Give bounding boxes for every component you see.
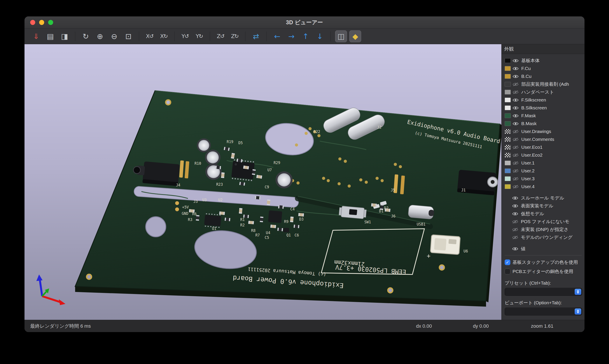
visibility-eye-off-icon[interactable] — [512, 220, 519, 224]
model-option-row[interactable]: スルーホール モデル — [505, 194, 584, 202]
visibility-eye-icon[interactable] — [513, 74, 519, 78]
visibility-eye-icon[interactable] — [512, 196, 519, 200]
title-bar[interactable]: 3D ビューアー — [25, 16, 584, 28]
raytracing-button[interactable]: ◨ — [59, 30, 70, 42]
copy-image-button[interactable]: ▤ — [44, 30, 56, 42]
layer-color-swatch[interactable] — [505, 105, 511, 110]
checkbox-unchecked[interactable] — [505, 269, 510, 274]
visibility-eye-icon[interactable] — [512, 204, 519, 208]
visibility-eye-off-icon[interactable] — [513, 90, 519, 94]
layer-color-swatch[interactable] — [505, 137, 511, 142]
layer-color-swatch[interactable] — [505, 66, 511, 71]
layer-color-swatch[interactable] — [505, 176, 511, 181]
layer-color-swatch[interactable] — [505, 98, 511, 102]
visibility-eye-icon[interactable] — [513, 114, 519, 118]
layer-color-swatch[interactable] — [505, 113, 511, 118]
preset-select[interactable]: ▲▼ — [505, 288, 582, 296]
zoom-in-button[interactable]: ⊕ — [94, 30, 106, 42]
layer-row[interactable]: F.Silkscreen — [505, 96, 584, 104]
checkbox-checked[interactable]: ✓ — [505, 260, 510, 265]
layer-row[interactable]: User.Comments — [505, 135, 584, 143]
visibility-eye-off-icon[interactable] — [513, 161, 519, 165]
visibility-eye-icon[interactable] — [512, 247, 519, 251]
pan-down-button[interactable]: ↓ — [314, 30, 326, 42]
zoom-fit-button[interactable]: ⊡ — [122, 30, 134, 42]
visibility-eye-off-icon[interactable] — [513, 130, 519, 134]
flip-view-button[interactable]: ⇄ — [250, 30, 262, 42]
redraw-icon: ↻ — [83, 33, 89, 40]
rotate-y-cw-button[interactable]: Y↻ — [193, 30, 205, 42]
pan-right-button[interactable]: → — [285, 30, 297, 42]
redraw-button[interactable]: ↻ — [80, 30, 92, 42]
visibility-eye-icon[interactable] — [513, 66, 519, 71]
visibility-eye-off-icon[interactable] — [513, 145, 519, 149]
ref-designator: U7 — [267, 168, 272, 172]
layer-row[interactable]: B.Silkscreen — [505, 104, 584, 112]
visibility-eye-icon[interactable] — [513, 122, 519, 126]
layer-row[interactable]: B.Mask — [505, 120, 584, 128]
maximize-button[interactable] — [48, 20, 53, 25]
layer-row[interactable]: User.3 — [505, 175, 584, 183]
visibility-eye-icon[interactable] — [513, 98, 519, 102]
close-button[interactable] — [30, 20, 35, 25]
model-option-row[interactable]: POS ファイルにないモ — [505, 218, 584, 225]
ortho-projection-button[interactable]: ◫ — [335, 30, 347, 42]
layer-color-swatch[interactable] — [505, 129, 511, 134]
rotate-x-ccw-button[interactable]: X↺ — [144, 30, 155, 42]
row-label: モデルのバウンディング — [521, 234, 572, 240]
reload-board-button[interactable]: ⇓ — [30, 30, 42, 42]
minimize-button[interactable] — [39, 20, 44, 25]
pan-up-button[interactable]: ↑ — [300, 30, 311, 42]
visibility-eye-off-icon[interactable] — [512, 228, 519, 232]
appearance-panel-body: 基板本体F.CuB.Cu部品実装用接着剤 (AdhハンダペーストF.Silksc… — [502, 54, 584, 315]
viewport-select[interactable]: ▲▼ — [505, 308, 582, 315]
layer-color-swatch[interactable] — [505, 184, 511, 189]
layer-row[interactable]: User.1 — [505, 159, 584, 167]
visibility-eye-off-icon[interactable] — [513, 82, 519, 86]
pan-left-button[interactable]: ← — [271, 30, 283, 42]
layer-row[interactable]: User.4 — [505, 183, 584, 191]
layer-row[interactable]: F.Mask — [505, 112, 584, 120]
model-option-row[interactable]: 未実装 (DNP) が指定さ — [505, 225, 584, 234]
layer-row[interactable]: User.Eco1 — [505, 143, 584, 151]
value-row[interactable]: 値 — [505, 245, 584, 253]
layer-color-swatch[interactable] — [505, 90, 511, 94]
model-option-row[interactable]: 表面実装モデル — [505, 202, 584, 210]
rotate-z-ccw-button[interactable]: Z↺ — [215, 30, 226, 42]
appearance-toggle-button[interactable]: ◆ — [349, 30, 361, 42]
layer-row[interactable]: 部品実装用接着剤 (Adh — [505, 80, 584, 88]
checkbox-row[interactable]: PCBエディターの銅色を使用 — [505, 267, 584, 276]
layer-color-swatch[interactable] — [505, 58, 511, 63]
layer-color-swatch[interactable] — [505, 74, 511, 79]
layer-color-swatch[interactable] — [505, 82, 511, 87]
layer-row[interactable]: 基板本体 — [505, 57, 584, 65]
rotate-z-cw-button[interactable]: Z↻ — [229, 30, 241, 42]
rotate-x-cw-button[interactable]: X↻ — [158, 30, 170, 42]
visibility-eye-icon[interactable] — [513, 106, 519, 110]
model-option-row[interactable]: モデルのバウンディング — [505, 234, 584, 241]
layer-row[interactable]: F.Cu — [505, 65, 584, 72]
layer-row[interactable]: User.Drawings — [505, 128, 584, 135]
layer-row[interactable]: B.Cu — [505, 72, 584, 80]
viewport-3d[interactable]: Exidiophone v6.0 Audio Board (c) Tomoya … — [25, 44, 501, 320]
zoom-out-button[interactable]: ⊖ — [108, 30, 120, 42]
visibility-eye-off-icon[interactable] — [512, 235, 519, 240]
rotate-y-ccw-button[interactable]: Y↺ — [179, 30, 191, 42]
layer-row[interactable]: User.Eco2 — [505, 151, 584, 159]
model-option-row[interactable]: 仮想モデル — [505, 210, 584, 218]
layer-row[interactable]: User.2 — [505, 167, 584, 175]
layer-color-swatch[interactable] — [505, 121, 511, 126]
visibility-eye-off-icon[interactable] — [513, 177, 519, 181]
visibility-eye-icon[interactable] — [512, 212, 519, 216]
visibility-eye-off-icon[interactable] — [513, 169, 519, 173]
checkbox-row[interactable]: ✓基板スタックアップの色を使用 — [505, 258, 584, 267]
visibility-eye-off-icon[interactable] — [513, 153, 519, 157]
layer-color-swatch[interactable] — [505, 153, 511, 157]
layer-color-swatch[interactable] — [505, 169, 511, 173]
visibility-eye-off-icon[interactable] — [513, 185, 519, 189]
layer-row[interactable]: ハンダペースト — [505, 88, 584, 96]
layer-color-swatch[interactable] — [505, 161, 511, 165]
visibility-eye-icon[interactable] — [513, 59, 519, 63]
visibility-eye-off-icon[interactable] — [513, 137, 519, 142]
layer-color-swatch[interactable] — [505, 145, 511, 150]
